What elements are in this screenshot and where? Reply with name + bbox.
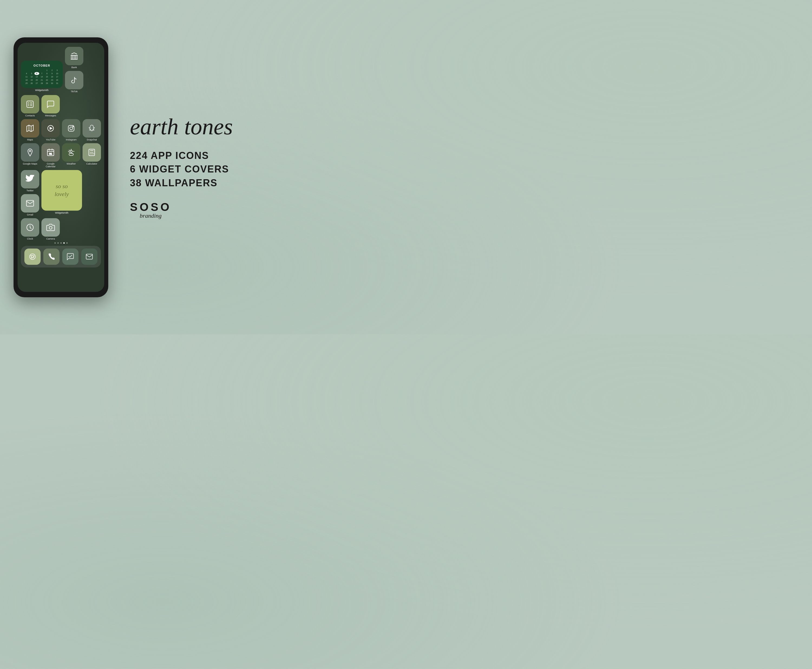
- instagram-icon-box[interactable]: [62, 119, 81, 138]
- brand-sub: branding: [140, 212, 161, 219]
- calendar-grid: 1 2 3 4 5 6 7 8 9 10 11 12 13 14: [24, 69, 60, 85]
- gmail-app[interactable]: Gmail: [21, 194, 39, 216]
- instagram-label: Instagram: [66, 138, 77, 141]
- maps-label: Maps: [27, 138, 33, 141]
- messenger-dock[interactable]: [62, 249, 79, 265]
- bank-icon: [70, 52, 79, 61]
- cal-day: 16: [50, 75, 54, 78]
- googlecal-icon: 31: [46, 148, 55, 157]
- cal-day: 30: [50, 82, 54, 85]
- svg-point-13: [30, 254, 35, 259]
- mail-icon-box[interactable]: [81, 249, 97, 265]
- so-so-line1: so so: [56, 183, 68, 190]
- messenger-icon-box[interactable]: [62, 249, 79, 265]
- twitter-app[interactable]: Twitter: [21, 170, 39, 192]
- bank-app[interactable]: Bank: [65, 47, 83, 69]
- messages-app[interactable]: Messages: [42, 95, 60, 117]
- clock-icon-box[interactable]: [21, 218, 39, 237]
- maps-icon-box[interactable]: [21, 119, 39, 138]
- snapchat-icon-box[interactable]: [82, 119, 101, 138]
- cal-day: 4: [24, 72, 29, 75]
- chrome-icon-box[interactable]: [24, 249, 40, 265]
- calculator-app[interactable]: Calculator: [82, 143, 101, 168]
- cal-day: 11: [24, 75, 29, 78]
- snapchat-icon: [87, 124, 96, 133]
- svg-point-4: [70, 127, 73, 130]
- maps-app[interactable]: Maps: [21, 119, 39, 141]
- cal-day: 21: [40, 79, 44, 81]
- contacts-app[interactable]: Contacts: [21, 95, 39, 117]
- phone-icon-box[interactable]: [43, 249, 60, 265]
- clock-label: Clock: [27, 237, 33, 240]
- gmail-icon-box[interactable]: [21, 194, 39, 213]
- cal-day: 26: [29, 82, 34, 85]
- cal-day: 19: [29, 79, 34, 81]
- mail-dock[interactable]: [81, 249, 97, 265]
- tiktok-icon: [70, 76, 79, 84]
- cal-day: 3: [55, 69, 60, 72]
- instagram-app[interactable]: Instagram: [62, 119, 81, 141]
- cal-day: 10: [55, 72, 60, 75]
- widget-bottom-label: Widgetsmith: [42, 212, 82, 214]
- instagram-icon: [67, 124, 75, 133]
- phone-icon: [48, 253, 55, 261]
- messages-label: Messages: [45, 114, 56, 117]
- messenger-icon: [67, 253, 74, 261]
- gmail-label: Gmail: [27, 213, 33, 216]
- camera-app[interactable]: Camera: [42, 218, 60, 240]
- calculator-icon: [87, 148, 96, 157]
- messages-icon-box[interactable]: [42, 95, 60, 113]
- chrome-dock[interactable]: [24, 249, 40, 265]
- weather-app[interactable]: Weather: [62, 143, 81, 168]
- youtube-label: YouTube: [46, 138, 55, 141]
- calendar-widget: OCTOBER 1 2 3 4 5 6 7 8: [21, 61, 63, 88]
- row-6: Clock Camera: [21, 218, 101, 240]
- googlemaps-icon: [26, 148, 34, 157]
- bank-label: Bank: [72, 66, 77, 69]
- googlemaps-icon-box[interactable]: [21, 143, 39, 161]
- cal-day: 18: [24, 79, 29, 81]
- cal-day: 1: [44, 69, 49, 72]
- contacts-icon-box[interactable]: [21, 95, 39, 113]
- weather-label: Weather: [67, 163, 76, 165]
- page-dot-4: [63, 242, 65, 244]
- twitter-icon: [26, 175, 34, 183]
- phone-mockup: OCTOBER 1 2 3 4 5 6 7 8: [13, 37, 108, 297]
- snapchat-app[interactable]: Snapchat: [82, 119, 101, 141]
- clock-icon: [26, 223, 34, 232]
- youtube-icon: [46, 124, 55, 133]
- camera-icon-box[interactable]: [42, 218, 60, 237]
- row-4: Google Maps 31 Google Calendar: [21, 143, 101, 168]
- googlecal-icon-box[interactable]: 31: [42, 143, 60, 161]
- tiktok-icon-box[interactable]: [65, 71, 83, 89]
- page-dot-3: [60, 242, 62, 244]
- cal-day: 2: [50, 69, 54, 72]
- phone-screen: OCTOBER 1 2 3 4 5 6 7 8: [18, 43, 104, 292]
- camera-icon: [46, 223, 55, 232]
- bank-icon-box[interactable]: [65, 47, 83, 65]
- cal-day: 13: [34, 75, 39, 78]
- cal-day: 8: [44, 72, 49, 75]
- page-dots: [21, 242, 101, 244]
- calculator-icon-box[interactable]: [82, 143, 101, 161]
- clock-app[interactable]: Clock: [21, 218, 39, 240]
- svg-point-5: [72, 126, 73, 127]
- cal-day: 28: [40, 82, 44, 85]
- main-title: earth tones: [130, 115, 384, 138]
- tiktok-app[interactable]: TikTok: [65, 71, 83, 93]
- svg-rect-0: [27, 101, 33, 108]
- snapchat-label: Snapchat: [87, 138, 97, 141]
- youtube-icon-box[interactable]: [42, 119, 60, 138]
- cal-day: 17: [55, 75, 60, 78]
- cal-day: 22: [44, 79, 49, 81]
- calendar-month: OCTOBER: [24, 64, 60, 67]
- cal-day: 29: [44, 82, 49, 85]
- phone-dock[interactable]: [43, 249, 60, 265]
- weather-icon-box[interactable]: [62, 143, 81, 161]
- svg-point-6: [29, 150, 30, 151]
- googlemaps-app[interactable]: Google Maps: [21, 143, 39, 168]
- googlecal-app[interactable]: 31 Google Calendar: [42, 143, 60, 168]
- twitter-icon-box[interactable]: [21, 170, 39, 188]
- left-col-row5: Twitter Gmail: [21, 170, 39, 216]
- youtube-app[interactable]: YouTube: [42, 119, 60, 141]
